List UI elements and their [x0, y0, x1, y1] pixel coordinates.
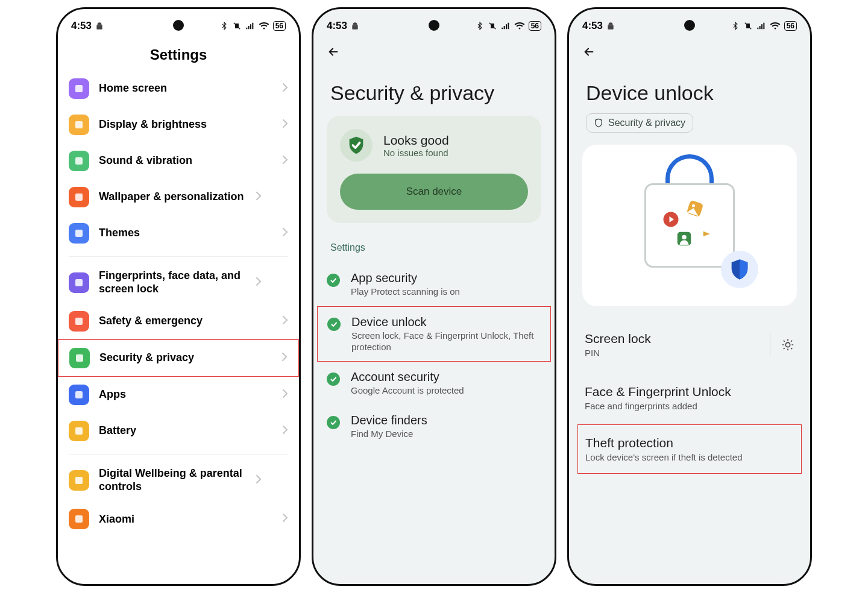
security-item-account-security[interactable]: Account securityGoogle Account is protec…	[313, 362, 555, 405]
settings-item-label: Wallpaper & personalization	[99, 190, 256, 204]
wifi-icon	[259, 22, 269, 30]
settings-item-label: Apps	[99, 388, 282, 401]
page-title: Device unlock	[569, 61, 810, 113]
security-item-device-finders[interactable]: Device findersFind My Device	[313, 405, 555, 448]
separator	[69, 454, 288, 454]
settings-item-safety[interactable]: Safety & emergency	[58, 303, 299, 339]
battery-icon	[69, 421, 89, 441]
chevron-right-icon	[281, 352, 288, 364]
settings-item-label: Home screen	[99, 82, 282, 95]
svg-rect-2	[75, 157, 83, 165]
settings-item-label: Fingerprints, face data, and screen lock	[99, 269, 256, 295]
settings-item-label: Safety & emergency	[99, 315, 282, 328]
svg-rect-7	[76, 354, 83, 362]
wifi-icon	[514, 22, 525, 30]
settings-item-display[interactable]: Display & brightness	[58, 107, 299, 143]
settings-item-security[interactable]: Security & privacy	[58, 339, 299, 377]
unlock-option-face-fingerprint[interactable]: Face & Fingerprint UnlockFace and finger…	[569, 371, 810, 424]
item-subtitle: Google Account is protected	[351, 385, 464, 397]
svg-rect-8	[75, 391, 83, 398]
settings-item-label: Xiaomi	[99, 513, 282, 526]
camera-cutout	[684, 20, 695, 31]
chevron-right-icon	[256, 474, 262, 486]
scan-device-button[interactable]: Scan device	[340, 174, 528, 210]
svg-rect-11	[75, 515, 83, 523]
signal-icon	[756, 22, 766, 30]
wifi-icon	[770, 22, 781, 30]
battery-indicator: 56	[529, 21, 541, 31]
settings-item-label: Display & brightness	[99, 118, 282, 131]
settings-list[interactable]: Home screenDisplay & brightnessSound & v…	[58, 71, 299, 537]
camera-cutout	[429, 20, 439, 31]
unlock-option-screen-lock[interactable]: Screen lockPIN	[569, 318, 810, 371]
settings-item-label: Themes	[99, 227, 282, 240]
lock-body	[644, 183, 735, 268]
screen-lock-settings-button[interactable]	[770, 333, 794, 356]
security-settings-list: App securityPlay Protect scanning is onD…	[313, 263, 555, 448]
item-title: Account security	[351, 370, 464, 384]
xiaomi-icon	[69, 509, 89, 529]
battery-indicator: 56	[273, 21, 286, 31]
android-icon	[95, 22, 104, 30]
safety-icon	[69, 311, 89, 332]
chevron-right-icon	[256, 277, 262, 289]
settings-item-battery[interactable]: Battery	[58, 413, 299, 449]
status-ok-icon	[327, 274, 340, 287]
security-item-app-security[interactable]: App securityPlay Protect scanning is on	[313, 263, 555, 306]
settings-item-home-screen[interactable]: Home screen	[58, 71, 299, 107]
chevron-right-icon	[282, 513, 288, 525]
chevron-right-icon	[282, 315, 288, 327]
battery-indicator: 56	[784, 21, 797, 31]
settings-item-themes[interactable]: Themes	[58, 215, 299, 251]
android-icon	[606, 22, 615, 30]
back-button[interactable]	[569, 37, 810, 61]
device-unlock-options: Screen lockPINFace & Fingerprint UnlockF…	[569, 318, 810, 474]
unlock-option-theft-protection[interactable]: Theft protectionLock device's screen if …	[577, 424, 802, 474]
phone-3-device-unlock: 4:53 56 Device unlock Security & privacy	[567, 7, 812, 586]
display-icon	[69, 115, 89, 135]
page-title: Security & privacy	[313, 61, 555, 116]
separator	[69, 256, 288, 257]
page-title: Settings	[58, 46, 299, 63]
device-unlock-illustration	[582, 145, 797, 306]
settings-item-wallpaper[interactable]: Wallpaper & personalization	[58, 179, 299, 215]
apps-icon	[69, 385, 89, 405]
settings-item-wellbeing[interactable]: Digital Wellbeing & parental controls	[58, 459, 299, 501]
sticker-red	[662, 210, 680, 228]
item-subtitle: Find My Device	[351, 429, 427, 440]
item-subtitle: Play Protect scanning is on	[351, 286, 460, 298]
svg-rect-10	[75, 477, 83, 484]
bluetooth-icon	[731, 22, 740, 30]
settings-item-biometrics[interactable]: Fingerprints, face data, and screen lock	[58, 262, 299, 303]
item-title: Device finders	[351, 413, 427, 427]
chevron-right-icon	[256, 191, 262, 203]
scan-device-label: Scan device	[406, 186, 462, 198]
svg-rect-9	[75, 427, 83, 435]
option-title: Screen lock	[585, 332, 651, 346]
settings-item-apps[interactable]: Apps	[58, 377, 299, 413]
item-title: App security	[351, 271, 460, 285]
breadcrumb-security-privacy[interactable]: Security & privacy	[586, 113, 693, 133]
arrow-left-icon	[327, 45, 340, 58]
settings-item-sound[interactable]: Sound & vibration	[58, 143, 299, 179]
back-button[interactable]	[313, 37, 555, 61]
chevron-right-icon	[282, 83, 288, 95]
vibrate-icon	[232, 22, 242, 30]
sound-icon	[69, 151, 89, 171]
settings-item-xiaomi[interactable]: Xiaomi	[58, 501, 299, 537]
bluetooth-icon	[220, 22, 228, 30]
status-headline: Looks good	[383, 133, 449, 148]
home-screen-icon	[69, 78, 89, 99]
settings-item-label: Sound & vibration	[99, 154, 282, 168]
settings-item-label: Digital Wellbeing & parental controls	[99, 467, 256, 493]
option-subtitle: Lock device's screen if theft is detecte…	[585, 452, 794, 462]
themes-icon	[69, 223, 89, 244]
gear-icon	[781, 338, 794, 351]
phone-1-settings: 4:53 56 Settings Home screenDisplay & br…	[56, 7, 301, 586]
chevron-right-icon	[282, 227, 288, 239]
status-time: 4:53	[71, 20, 92, 32]
vibrate-icon	[488, 22, 497, 30]
security-item-device-unlock[interactable]: Device unlockScreen lock, Face & Fingerp…	[317, 306, 551, 362]
status-subtext: No issues found	[383, 148, 449, 158]
option-title: Theft protection	[585, 436, 794, 450]
